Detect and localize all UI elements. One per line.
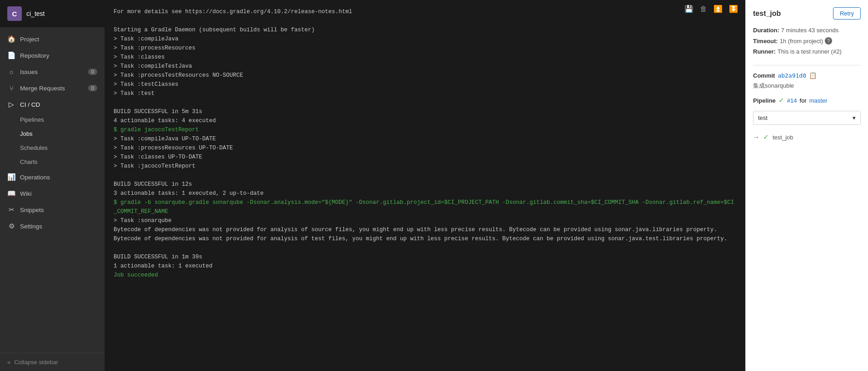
sidebar-item-repository[interactable]: 📄 Repository [0, 47, 105, 64]
sidebar-item-settings[interactable]: ⚙ Settings [0, 218, 105, 234]
terminal-line: Job succeeded [114, 271, 736, 280]
terminal-line: > Task :processResources UP-TO-DATE [114, 143, 736, 153]
terminal-line: > Task :processResources [114, 44, 736, 53]
stage-dropdown[interactable]: test ▾ [753, 111, 861, 125]
terminal-line [114, 98, 736, 107]
sidebar-item-issues[interactable]: ○ Issues 0 [0, 64, 105, 80]
job-arrow-icon: → [753, 134, 759, 141]
terminal-line: Starting a Gradle Daemon (subsequent bui… [114, 25, 736, 35]
pipeline-branch-link[interactable]: master [809, 97, 828, 104]
sidebar-item-label: Operations [20, 174, 50, 181]
sidebar-item-label: Issues [20, 69, 38, 75]
retry-button[interactable]: Retry [833, 7, 861, 20]
terminal-line: $ gradle -b sonarqube.gradle sonarqube -… [114, 198, 736, 216]
terminal-lines: For more details see https://docs.gradle… [114, 7, 736, 280]
terminal-line: > Task :compileTestJava [114, 62, 736, 71]
job-title: test_job [753, 10, 781, 18]
wiki-icon: 📖 [7, 189, 15, 198]
avatar: C [7, 6, 22, 21]
terminal-line: BUILD SUCCESSFUL in 12s [114, 180, 736, 189]
terminal-line: $ gradle jacocoTestReport [114, 125, 736, 134]
sidebar-item-pipelines[interactable]: Pipelines [0, 113, 105, 127]
merge-icon: ⑂ [7, 84, 15, 92]
main-content: 💾 🗑 ⏫ ⏬ For more details see https://doc… [105, 0, 745, 371]
stage-label: test [758, 114, 768, 121]
commit-hash-link[interactable]: ab2a91d0 [778, 72, 806, 79]
timeout-row: Timeout: 1h (from project) ? [753, 37, 861, 45]
terminal-line: > Task :processTestResources NO-SOURCE [114, 71, 736, 80]
sidebar-item-label: Project [20, 36, 39, 43]
snippets-icon: ✂ [7, 206, 15, 214]
copy-icon[interactable]: 📋 [809, 72, 817, 79]
runner-row: Runner: This is a test runner (#2) [753, 48, 861, 55]
sidebar-item-label: Snippets [20, 207, 44, 213]
issues-badge: 0 [88, 69, 97, 75]
duration-value: 7 minutes 43 seconds [781, 27, 838, 34]
sidebar-item-charts[interactable]: Charts [0, 155, 105, 169]
charts-label: Charts [20, 158, 37, 165]
job-success-icon: ✓ [763, 133, 769, 141]
erase-log-button[interactable]: 🗑 [698, 4, 709, 14]
sidebar-item-project[interactable]: 🏠 Project [0, 31, 105, 47]
sidebar-item-ci-cd[interactable]: ▷ CI / CD [0, 96, 105, 113]
sidebar-item-jobs[interactable]: Jobs [0, 127, 105, 141]
runner-label: Runner: [753, 48, 776, 55]
timeout-value: 1h (from project) [780, 38, 823, 45]
cicd-icon: ▷ [7, 100, 15, 109]
terminal-line: > Task :classes UP-TO-DATE [114, 153, 736, 162]
job-name: test_job [773, 134, 793, 141]
terminal-line: For more details see https://docs.gradle… [114, 7, 736, 16]
collapse-sidebar-button[interactable]: « Collapse sidebar [0, 353, 105, 371]
terminal-line: > Task :compileJava UP-TO-DATE [114, 134, 736, 143]
sidebar-item-label: Settings [20, 223, 42, 230]
duration-row: Duration: 7 minutes 43 seconds [753, 27, 861, 34]
sidebar-nav: 🏠 Project 📄 Repository ○ Issues 0 ⑂ Merg… [0, 27, 105, 353]
timeout-label: Timeout: [753, 38, 778, 45]
pipeline-label: Pipeline [753, 97, 776, 104]
timeout-help-icon[interactable]: ? [825, 37, 832, 45]
terminal-line: BUILD SUCCESSFUL in 1m 39s [114, 252, 736, 262]
terminal-line: 1 actionable task: 1 executed [114, 262, 736, 271]
divider-1 [753, 65, 861, 65]
sidebar-item-wiki[interactable]: 📖 Wiki [0, 185, 105, 202]
schedules-label: Schedules [20, 144, 48, 151]
terminal-line: > Task :classes [114, 53, 736, 62]
project-name: ci_test [26, 10, 45, 17]
job-row: → ✓ test_job [753, 131, 861, 143]
terminal-line [114, 16, 736, 25]
right-panel-header: test_job Retry [753, 7, 861, 20]
terminal-line: > Task :jacocoTestReport [114, 162, 736, 171]
terminal-line: > Task :testClasses [114, 80, 736, 89]
runner-value: This is a test runner (#2) [778, 48, 842, 55]
right-panel: test_job Retry Duration: 7 minutes 43 se… [745, 0, 868, 371]
chevron-left-icon: « [7, 359, 10, 366]
scroll-to-top-button[interactable]: ⏫ [712, 4, 724, 14]
sidebar-header: C ci_test [0, 0, 105, 27]
merge-badge: 0 [88, 85, 97, 91]
terminal-line: > Task :test [114, 89, 736, 98]
sidebar-item-merge-requests[interactable]: ⑂ Merge Requests 0 [0, 80, 105, 96]
jobs-label: Jobs [20, 130, 32, 137]
sidebar-item-schedules[interactable]: Schedules [0, 141, 105, 155]
pipeline-number-link[interactable]: #14 [787, 97, 797, 104]
sidebar-item-label: Merge Requests [20, 85, 65, 92]
sidebar-item-operations[interactable]: 📊 Operations [0, 169, 105, 185]
sidebar-item-snippets[interactable]: ✂ Snippets [0, 202, 105, 218]
home-icon: 🏠 [7, 35, 15, 43]
chevron-down-icon: ▾ [853, 114, 856, 121]
ci-cd-subnav: Pipelines Jobs Schedules Charts [0, 113, 105, 169]
sidebar-item-label: Repository [20, 52, 50, 59]
pipeline-row: Pipeline ✓ #14 for master [753, 96, 861, 104]
settings-icon: ⚙ [7, 222, 15, 230]
terminal-output[interactable]: 💾 🗑 ⏫ ⏬ For more details see https://doc… [105, 0, 745, 371]
terminal-line [114, 243, 736, 252]
collapse-label: Collapse sidebar [14, 359, 58, 366]
terminal-line: Bytecode of dependencies was not provide… [114, 225, 736, 234]
sidebar: C ci_test 🏠 Project 📄 Repository ○ Issue… [0, 0, 105, 371]
terminal-line: 3 actionable tasks: 1 executed, 2 up-to-… [114, 189, 736, 198]
scroll-to-bottom-button[interactable]: ⏬ [727, 4, 740, 14]
save-raw-button[interactable]: 💾 [683, 4, 695, 14]
terminal-line: Bytecode of dependencies was not provide… [114, 234, 736, 243]
pipelines-label: Pipelines [20, 116, 44, 123]
issues-icon: ○ [7, 68, 15, 76]
